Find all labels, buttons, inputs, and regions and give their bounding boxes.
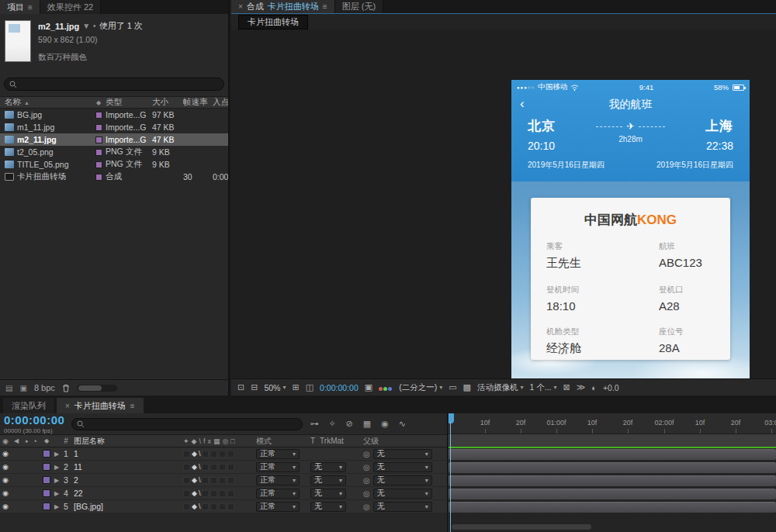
switch-box[interactable] [210,477,217,484]
track-row[interactable] [449,487,776,500]
table-row[interactable]: TITLE_05.png PNG 文件 9 KB [0,158,228,171]
label-swatch-cell[interactable] [40,474,53,486]
switch-box[interactable] [219,464,226,471]
mode-dropdown[interactable]: 正常▾ [256,475,300,485]
switch-box[interactable] [227,464,234,471]
layer-duration-bar[interactable] [449,475,776,486]
graph-editor-icon[interactable]: ∿ [399,419,406,429]
layer-row[interactable]: ◉ ▶ 1 1 ◆ \ 正常▾ ◎无▾ [0,447,447,461]
label-color-swatch[interactable] [95,136,102,143]
work-area-bar[interactable] [449,434,776,447]
exposure-icon[interactable]: ◐ [591,383,597,392]
layer-switches[interactable]: ◆ \ [182,500,256,513]
timeline-search[interactable] [71,418,303,430]
expand-arrow-icon[interactable]: ▶ [53,487,61,499]
mode-column-header[interactable]: 模式 [256,435,310,447]
table-row[interactable]: BG.jpg Importe...G 97 KB [0,109,228,121]
audio-toggle[interactable] [11,500,22,513]
column-header-name[interactable]: 名称 ▲ [5,97,92,108]
switch-box[interactable] [183,503,190,510]
switch-box[interactable] [202,490,209,497]
table-row[interactable]: m1_11.jpg Importe...G 47 KB [0,121,228,133]
layer-switches[interactable]: ◆ \ [182,487,256,499]
always-preview-icon[interactable]: ⊡ [237,382,244,392]
project-search-input[interactable] [21,80,219,88]
audio-toggle[interactable] [11,461,22,473]
switch-box[interactable] [183,451,190,458]
video-column-icon[interactable]: ◉ [0,435,11,447]
channels-icon[interactable] [379,383,393,392]
view-layout-dropdown[interactable]: 1 个...▾ [529,382,556,393]
panel-menu-icon[interactable]: ≡ [323,2,327,11]
tab-composition[interactable]: × 合成 卡片扭曲转场 ≡ [231,0,335,13]
expand-arrow-icon[interactable]: ▶ [53,447,61,460]
label-color-swatch[interactable] [95,161,102,168]
table-row[interactable]: t2_05.png PNG 文件 9 KB [0,146,228,158]
shy-layers-icon[interactable]: ⊘ [346,419,353,429]
label-swatch-cell[interactable] [40,447,53,460]
fx-icon[interactable]: \ [199,476,201,484]
tab-effect-controls[interactable]: 效果控件 22 [40,0,101,14]
layer-label-swatch[interactable] [43,476,50,484]
switch-box[interactable] [219,477,226,484]
layer-row[interactable]: ◉ ▶ 2 11 ◆ \ 正常▾ 无▾ ◎无▾ [0,461,447,474]
tab-render-queue[interactable]: 渲染队列 [3,398,54,413]
label-color-swatch[interactable] [95,174,102,181]
column-header-size[interactable]: 大小 [152,97,183,108]
mode-dropdown[interactable]: 正常▾ [256,462,300,472]
expand-arrow-icon[interactable]: ▶ [53,500,61,513]
tab-project[interactable]: 项目 ≡ [0,0,40,14]
layer-duration-bar[interactable] [449,489,776,499]
mode-dropdown[interactable]: 正常▾ [256,449,300,459]
lock-toggle[interactable] [31,500,40,513]
switch-box[interactable] [227,451,234,458]
view-dropdown[interactable]: 活动摄像机▾ [477,382,524,393]
fx-icon[interactable]: \ [199,463,201,471]
eye-toggle-icon[interactable]: ◉ [0,447,11,460]
playhead-line[interactable] [450,423,451,532]
label-column-icon[interactable]: ◆ [40,435,53,447]
parent-column-header[interactable]: 父级 [360,435,447,447]
layer-name[interactable]: 22 [71,487,182,499]
quality-icon[interactable]: ◆ [192,463,197,471]
track-row[interactable] [449,474,776,487]
transparency-grid-icon[interactable]: ▩ [463,382,471,392]
panel-menu-icon[interactable]: ≡ [130,402,135,410]
quality-icon[interactable]: ◆ [192,489,197,497]
parent-dropdown[interactable]: 无▾ [373,462,432,472]
horizontal-scrollbar[interactable] [452,524,591,530]
lock-column-icon[interactable]: ▪ [31,435,40,447]
switch-box[interactable] [219,490,226,497]
lock-toggle[interactable] [31,474,40,486]
composition-canvas[interactable]: ●●●○○ 中国移动 9:41 58% ‹ 我的航班 [231,29,776,378]
parent-dropdown[interactable]: 无▾ [373,502,432,512]
fx-icon[interactable]: \ [199,503,201,510]
parent-pickwhip-icon[interactable]: ◎ [363,463,370,472]
motion-blur-icon[interactable]: ◉ [381,419,389,429]
trkmat-dropdown[interactable]: 无▾ [310,462,346,472]
close-icon[interactable]: × [238,2,243,11]
trkmat-dropdown[interactable]: 无▾ [310,489,346,499]
solo-toggle[interactable] [22,487,31,499]
layer-label-swatch[interactable] [43,503,50,510]
switch-box[interactable] [219,503,226,510]
column-header-fps[interactable]: 帧速率 [183,97,213,108]
quality-icon[interactable]: ◆ [192,450,197,458]
table-row-selected[interactable]: m2_11.jpg Importe...G 47 KB [0,133,228,146]
region-of-interest-icon[interactable]: ▭ [449,382,456,392]
switch-box[interactable] [227,503,234,510]
eye-toggle-icon[interactable]: ◉ [0,461,11,473]
switch-box[interactable] [183,464,190,471]
tab-timeline-comp[interactable]: × 卡片扭曲转场 ≡ [57,398,144,413]
bpc-button[interactable]: 8 bpc [34,383,55,392]
layer-switches[interactable]: ◆ \ [182,461,256,473]
label-color-swatch[interactable] [95,124,102,131]
mask-visibility-icon[interactable]: ◫ [306,382,314,392]
layer-row[interactable]: ◉ ▶ 4 22 ◆ \ 正常▾ 无▾ ◎无▾ [0,487,447,500]
parent-dropdown[interactable]: 无▾ [373,475,432,485]
panel-scrollbar[interactable] [77,385,117,392]
track-row[interactable] [449,500,776,513]
switch-box[interactable] [202,503,209,510]
solo-toggle[interactable] [22,461,31,473]
audio-toggle[interactable] [11,487,22,499]
